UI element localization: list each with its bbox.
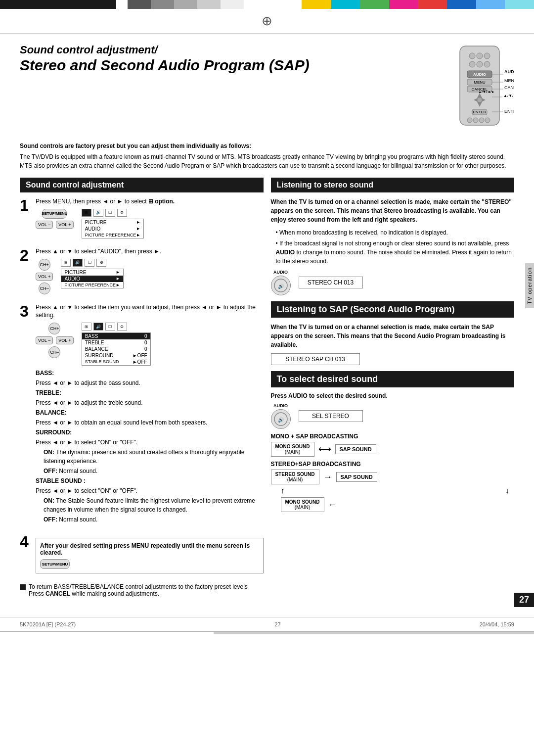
balance-label: BALANCE: <box>36 409 67 416</box>
stable-text: Press ◄ or ► to select "ON" or "OFF". <box>36 486 264 495</box>
stereo-bullet2: If the broadcast signal is not strong en… <box>276 239 515 266</box>
stereo-sap-flow: STEREO SOUND(MAIN) → SAP SOUND ↑ ↓ MONO … <box>271 470 515 512</box>
menu-icon-3: ☐ <box>105 209 115 217</box>
svg-text:▲/▼/◄/►: ▲/▼/◄/► <box>478 90 495 94</box>
vol-plus-btn-2: VOL + <box>36 273 53 281</box>
stereo-text: When the TV is turned on or a channel se… <box>271 197 515 224</box>
svg-point-22 <box>473 118 478 123</box>
svg-point-3 <box>484 53 490 59</box>
svg-point-6 <box>484 61 490 67</box>
svg-point-5 <box>477 61 483 67</box>
mono-sap-title: MONO + SAP BROADCASTING <box>271 433 515 440</box>
menu-icon-2a: ⊞ <box>61 259 71 267</box>
step-1-text: Press MENU, then press ◄ or ► to select … <box>36 197 264 206</box>
surround-row: SURROUND►OFF <box>82 352 150 359</box>
footer: 5K70201A [E] (P24-27) 27 20/4/04, 15:59 <box>0 617 534 631</box>
stereo-bullet1: When mono broadcasting is received, no i… <box>276 228 515 237</box>
tv-display-stereo: STEREO CH 013 <box>299 277 363 288</box>
intro-section: Sound controls are factory preset but yo… <box>20 142 514 170</box>
menu-item-audio-highlighted: AUDIO► <box>61 276 123 282</box>
down-arrow-icon: ↑ <box>281 486 285 495</box>
svg-point-17 <box>477 97 482 102</box>
vol-minus-btn: VOL – <box>36 221 53 229</box>
step-1-number: 1 <box>20 197 32 213</box>
title-line1: Sound control adjustment/ <box>20 44 435 56</box>
setup-menu-btn: SETUP/MENU <box>42 209 67 219</box>
intro-para2: MTS also provides an extra channel calle… <box>20 162 506 169</box>
setup-menu-btn-4: SETUP/MENU <box>40 559 70 569</box>
audio-label-stereo: AUDIO <box>273 270 288 275</box>
footer-right: 20/4/04, 15:59 <box>480 621 514 627</box>
treble-text: Press ◄ or ► to adjust the treble sound. <box>36 398 264 407</box>
menu-icon-2: 🔊 <box>93 209 103 217</box>
menu-icon-3c: ☐ <box>105 323 115 331</box>
audio-display-select: AUDIO 🔊 SEL STEREO <box>271 403 515 429</box>
step-2: 2 Press ▲ or ▼ to select "AUDIO", then p… <box>20 247 264 297</box>
top-color-bar <box>0 0 534 9</box>
square-icon <box>20 584 26 590</box>
tv-operation-label: TV operation <box>525 263 534 308</box>
stereo-header: Listening to stereo sound <box>271 178 515 192</box>
tv-display-select: SEL STEREO <box>299 410 363 422</box>
up-arrow-icon: ↓ <box>505 486 509 495</box>
menu-icon-3d: ⚙ <box>117 323 127 331</box>
sap-display: STEREO SAP CH 013 <box>271 353 515 365</box>
vol-plus-btn-3: VOL + <box>56 336 73 344</box>
svg-point-2 <box>477 53 483 59</box>
surround-off-text: Normal sound. <box>59 468 97 474</box>
svg-text:ENTER: ENTER <box>504 109 514 114</box>
svg-point-21 <box>467 118 472 123</box>
tv-display-sap: STEREO SAP CH 013 <box>271 353 360 365</box>
step-4-number: 4 <box>20 534 32 550</box>
title-section: Sound control adjustment/ Stereo and Sec… <box>20 44 514 134</box>
audio-display-stereo: AUDIO 🔊 STEREO CH 013 <box>271 270 515 295</box>
bass-label: BASS: <box>36 370 54 377</box>
surround-off-label: OFF: <box>44 468 57 474</box>
right-column: Listening to stereo sound When the TV is… <box>271 178 515 597</box>
header-area: ⊕ <box>0 9 534 34</box>
surround-on-label: ON: <box>44 449 54 456</box>
stable-on-label: ON: <box>44 497 54 504</box>
stable-off-label: OFF: <box>44 516 57 523</box>
svg-text:🔊: 🔊 <box>278 283 284 289</box>
remote-svg: AUDIO MENU CANCEL ▲/▼/◄/► ENTER <box>445 44 514 133</box>
step-2-number: 2 <box>20 247 32 263</box>
bottom-note-line1: To return BASS/TREBLE/BALANCE control ad… <box>29 583 248 590</box>
menu-icons-3: ⊞ 🔊 ☐ ⚙ <box>82 323 151 331</box>
svg-text:🔊: 🔊 <box>278 417 284 423</box>
menu-icon-3b: 🔊 <box>93 323 103 331</box>
ch-minus-btn-3: CH– <box>48 346 60 358</box>
step-3-content: Press ▲ or ▼ to select the item you want… <box>36 303 264 528</box>
menu-item-picture: PICTURE► <box>82 219 143 226</box>
audio-button-select[interactable]: 🔊 <box>271 409 291 429</box>
title-line2: Stereo and Second Audio Program (SAP) <box>20 56 435 74</box>
menu-item-audio: AUDIO► <box>82 226 143 232</box>
ch-plus-btn-3: CH+ <box>48 323 60 334</box>
step-3-diagram: CH+ VOL – VOL + CH– ⊞ 🔊 ☐ <box>36 323 264 366</box>
page-number: 27 <box>514 593 534 607</box>
svg-point-23 <box>479 118 484 123</box>
left-column: Sound control adjustment 1 Press MENU, t… <box>20 178 264 597</box>
stable-row: STABLE SOUND►OFF <box>82 359 150 365</box>
svg-text:▲/▼/◄/►: ▲/▼/◄/► <box>503 94 514 98</box>
sap-sound-box-2: SAP SOUND <box>336 472 377 482</box>
surround-text: Press ◄ or ► to select "ON" or "OFF". <box>36 438 264 447</box>
svg-text:ENTER: ENTER <box>473 110 486 114</box>
select-instruction: Press AUDIO to select the desired sound. <box>271 392 515 399</box>
select-sound-header: To select desired sound <box>271 371 515 387</box>
balance-text: Press ◄ or ► to obtain an equal sound le… <box>36 418 264 427</box>
audio-button-stereo[interactable]: 🔊 <box>271 276 291 295</box>
step-2-diagram: CH+ VOL + CH– ⊞ 🔊 ☐ ⚙ <box>36 259 264 294</box>
bottom-note-line2: Press CANCEL while making sound adjustme… <box>29 590 248 597</box>
svg-point-24 <box>485 118 490 123</box>
sound-settings: BASS: Press ◄ or ► to adjust the bass so… <box>36 369 264 524</box>
menu-icon-2c: ☐ <box>85 259 94 267</box>
bottom-note: To return BASS/TREBLE/BALANCE control ad… <box>20 583 264 597</box>
menu-icons: ⊞ 🔊 ☐ ⚙ <box>82 209 144 217</box>
menu-icon-1: ⊞ <box>82 209 91 217</box>
intro-bold: Sound controls are factory preset but yo… <box>20 142 514 150</box>
intro-para1: The TV/DVD is equipped with a feature kn… <box>20 153 505 160</box>
bass-menu: BASS0 TREBLE0 BALANCE0 SURROUND►OFF STAB… <box>82 332 151 366</box>
step-4-content: After your desired setting press MENU re… <box>36 534 264 577</box>
stereo-sap-arrow2: ← <box>328 500 337 510</box>
